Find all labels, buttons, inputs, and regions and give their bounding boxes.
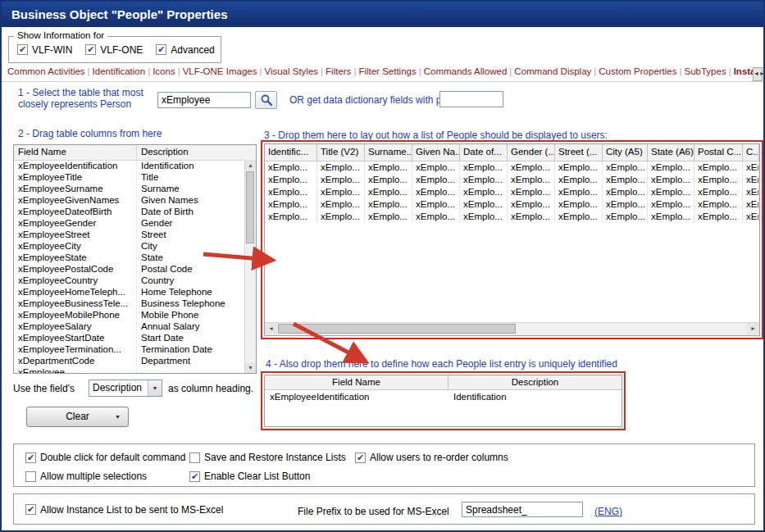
table-name-input[interactable] bbox=[157, 92, 251, 108]
table-row[interactable]: xEmplo...xEmplo...xEmplo...xEmplo...xEmp… bbox=[265, 186, 759, 198]
table-row[interactable]: xEmployeeStartDateStart Date bbox=[14, 332, 245, 343]
checkbox-save-and-restore-instance-lists[interactable]: Save and Restore Instance Lists bbox=[189, 452, 355, 463]
checkbox-box[interactable]: ✔ bbox=[156, 44, 166, 55]
checkbox-double-click-for-default-command[interactable]: ✔Double click for default command bbox=[25, 452, 189, 463]
grid-column-header-surname[interactable]: Surname... bbox=[365, 144, 412, 161]
table-row[interactable]: xEmployeeSalaryAnnual Salary bbox=[14, 321, 245, 332]
table-row[interactable]: xEmployeeCityCity bbox=[14, 240, 245, 252]
tab-vlf-one-images[interactable]: VLF-ONE Images bbox=[180, 66, 260, 76]
table-row[interactable]: xEmployeeSurnameSurname bbox=[14, 183, 245, 194]
tab-subtypes[interactable]: SubTypes bbox=[682, 66, 729, 76]
table-row[interactable]: xEmployeeStreetStreet bbox=[14, 229, 245, 240]
table-row[interactable]: xEmployeePostalCodePostal Code bbox=[14, 263, 245, 275]
table-row[interactable]: xEmployeeMobilePhoneMobile Phone bbox=[14, 309, 245, 321]
dialog-window: Business Object "People" Properties Show… bbox=[0, 0, 765, 532]
table-row[interactable]: xEmployeeDateofBirthDate of Birth bbox=[14, 206, 245, 217]
scroll-up-arrow[interactable]: ▲ bbox=[245, 160, 256, 171]
tab-custom-properties[interactable]: Custom Properties bbox=[596, 66, 679, 76]
checkbox-allow-multiple-selections[interactable]: Allow multiple selections bbox=[25, 471, 189, 482]
column-heading-dropdown[interactable]: Description ▼ bbox=[89, 380, 162, 397]
chevron-down-icon[interactable]: ▼ bbox=[148, 380, 162, 396]
tab-icons[interactable]: Icons bbox=[150, 66, 178, 76]
dictionary-prefix-input[interactable] bbox=[439, 91, 503, 107]
table-row[interactable]: xEmplo...xEmplo...xEmplo...xEmplo...xEmp… bbox=[265, 198, 759, 211]
table-row[interactable]: xEmployeeIdentificationIdentification bbox=[265, 390, 622, 403]
checkbox-box[interactable]: ✔ bbox=[17, 44, 28, 55]
grid-column-header-identific[interactable]: Identific... bbox=[265, 144, 317, 161]
checkbox-box[interactable]: ✔ bbox=[85, 44, 96, 55]
checkbox-vlf-win[interactable]: ✔VLF-WIN bbox=[17, 44, 72, 56]
grid-column-header-city-a5[interactable]: City (A5) bbox=[603, 144, 648, 161]
grid-cell: xEmplo... bbox=[265, 186, 317, 198]
cell-description: Surname bbox=[137, 183, 245, 194]
tab-common-activities[interactable]: Common Activities bbox=[5, 66, 88, 76]
clear-dropdown-arrow-icon[interactable]: ▼ bbox=[115, 407, 121, 426]
field-list: Field Name Description xEmployeeIdentifi… bbox=[13, 144, 257, 374]
cell-field-name: xEmployeeMobilePhone bbox=[14, 309, 137, 321]
table-row[interactable]: xEmplo...xEmplo...xEmplo...xEmplo...xEmp… bbox=[265, 211, 759, 223]
table-row[interactable]: xEmployeeIdentificationIdentification bbox=[14, 160, 245, 171]
horizontal-scrollbar[interactable]: ◄ ► bbox=[265, 322, 759, 335]
scroll-thumb[interactable] bbox=[246, 171, 254, 243]
checkbox-box[interactable]: ✔ bbox=[25, 504, 36, 515]
tab-command-display[interactable]: Command Display bbox=[512, 66, 594, 76]
groupbox-legend: Show Information for bbox=[14, 30, 107, 40]
checkbox-box[interactable]: ✔ bbox=[355, 452, 366, 463]
clear-button[interactable]: Clear ▼ bbox=[26, 407, 129, 427]
hscroll-thumb[interactable] bbox=[278, 324, 516, 334]
table-row[interactable]: xEmployeeHomeTeleph...Home Telephone bbox=[14, 286, 245, 298]
checkbox-advanced[interactable]: ✔Advanced bbox=[156, 44, 214, 56]
checkbox-box[interactable]: ✔ bbox=[25, 452, 36, 463]
table-row[interactable]: xDepartmentCodeDepartment bbox=[14, 355, 245, 366]
column-header-field-name[interactable]: Field Name bbox=[14, 145, 137, 160]
checkbox-box[interactable] bbox=[25, 471, 36, 482]
grid-column-header-gender[interactable]: Gender (... bbox=[508, 144, 555, 161]
table-row[interactable]: xEmployeeBusinessTele...Business Telepho… bbox=[14, 298, 245, 309]
language-link[interactable]: (ENG) bbox=[594, 506, 622, 517]
table-row[interactable]: xEmployeeTermination...Termination Date bbox=[14, 343, 245, 355]
scroll-down-arrow[interactable]: ▼ bbox=[245, 362, 256, 373]
table-row[interactable]: xEmployeeGivenNamesGiven Names bbox=[14, 194, 245, 206]
table-row[interactable]: xEmployeeCountryCountry bbox=[14, 275, 245, 286]
column-header-description[interactable]: Description bbox=[449, 375, 622, 389]
checkbox-allow-users-to-re-order-columns[interactable]: ✔Allow users to re-order columns bbox=[355, 452, 754, 463]
table-row[interactable]: xEmployeeStateState bbox=[14, 252, 245, 263]
key-fields-grid[interactable]: Field Name Description xEmployeeIdentifi… bbox=[264, 375, 622, 427]
checkbox-allow-instance-list-to-be-sent-to-ms-excel[interactable]: ✔Allow Instance List to be sent to MS-Ex… bbox=[25, 504, 223, 516]
grid-cell: xEmplo... bbox=[460, 186, 508, 198]
column-header-field-name[interactable]: Field Name bbox=[265, 375, 449, 389]
tab-scroll-control[interactable]: ◄► bbox=[753, 67, 763, 81]
grid-column-header-state-a6[interactable]: State (A6) bbox=[648, 144, 694, 161]
tab-filters[interactable]: Filters bbox=[323, 66, 353, 76]
grid-column-header-postal-c[interactable]: Postal C... bbox=[694, 144, 743, 161]
column-header-description[interactable]: Description bbox=[137, 145, 256, 160]
grid-column-header-title-v2[interactable]: Title (V2) bbox=[317, 144, 365, 161]
cell-description: Identification bbox=[137, 160, 245, 171]
checkbox-box[interactable]: ✔ bbox=[189, 471, 200, 482]
grid-cell: xEmplo... bbox=[555, 211, 603, 223]
search-table-button[interactable] bbox=[255, 91, 277, 109]
title-bar: Business Object "People" Properties bbox=[2, 2, 763, 27]
grid-column-header-c[interactable]: C... bbox=[743, 144, 759, 161]
tab-filter-settings[interactable]: Filter Settings bbox=[356, 66, 418, 76]
tab-visual-styles[interactable]: Visual Styles bbox=[262, 66, 321, 76]
scroll-right-arrow[interactable]: ► bbox=[747, 323, 759, 334]
vertical-scrollbar[interactable]: ▲ ▼ bbox=[244, 160, 256, 373]
tab-identification[interactable]: Identification bbox=[90, 66, 148, 76]
table-row[interactable]: xEmployeeTitleTitle bbox=[14, 171, 245, 183]
grid-column-header-date-of[interactable]: Date of... bbox=[460, 144, 508, 161]
table-row[interactable]: xEmployee... bbox=[14, 366, 245, 373]
checkbox-vlf-one[interactable]: ✔VLF-ONE bbox=[85, 44, 143, 56]
table-row[interactable]: xEmplo...xEmplo...xEmplo...xEmplo...xEmp… bbox=[265, 161, 759, 174]
checkbox-enable-clear-list-button[interactable]: ✔Enable Clear List Button bbox=[189, 471, 355, 482]
file-prefix-input[interactable] bbox=[462, 502, 583, 517]
tab-commands-allowed[interactable]: Commands Allowed bbox=[421, 66, 510, 76]
scroll-left-arrow[interactable]: ◄ bbox=[265, 323, 277, 334]
table-row[interactable]: xEmplo...xEmplo...xEmplo...xEmplo...xEmp… bbox=[265, 174, 759, 186]
cell-field-name: xEmployeeTermination... bbox=[14, 343, 137, 355]
display-columns-grid[interactable]: Identific...Title (V2)Surname...Given Na… bbox=[264, 143, 760, 336]
table-row[interactable]: xEmployeeGenderGender bbox=[14, 217, 245, 229]
checkbox-box[interactable] bbox=[189, 452, 200, 463]
grid-column-header-given-na[interactable]: Given Na... bbox=[412, 144, 460, 161]
grid-column-header-street[interactable]: Street (... bbox=[555, 144, 603, 161]
